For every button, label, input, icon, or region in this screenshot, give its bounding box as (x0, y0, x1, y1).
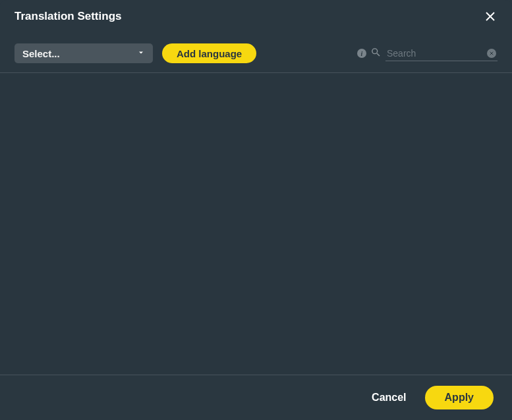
dialog-title: Translation Settings (14, 10, 121, 23)
clear-search-button[interactable] (487, 49, 496, 58)
search-area: i (357, 45, 498, 61)
select-placeholder: Select... (22, 48, 60, 59)
search-icon (370, 47, 382, 61)
content-area (0, 73, 512, 375)
search-input-wrap (385, 45, 498, 61)
dialog-header: Translation Settings (0, 0, 512, 36)
close-icon (484, 11, 496, 22)
language-select[interactable]: Select... (14, 43, 153, 63)
toolbar: Select... Add language i (0, 36, 512, 73)
info-icon[interactable]: i (357, 49, 366, 58)
dialog-footer: Cancel Apply (0, 375, 512, 420)
clear-icon (489, 51, 494, 56)
search-input[interactable] (385, 45, 498, 61)
cancel-button[interactable]: Cancel (372, 392, 406, 404)
apply-button[interactable]: Apply (425, 386, 494, 409)
chevron-down-icon (137, 47, 145, 59)
add-language-button[interactable]: Add language (162, 43, 256, 63)
translation-settings-dialog: Translation Settings Select... Add langu… (0, 0, 512, 420)
close-button[interactable] (483, 9, 498, 24)
